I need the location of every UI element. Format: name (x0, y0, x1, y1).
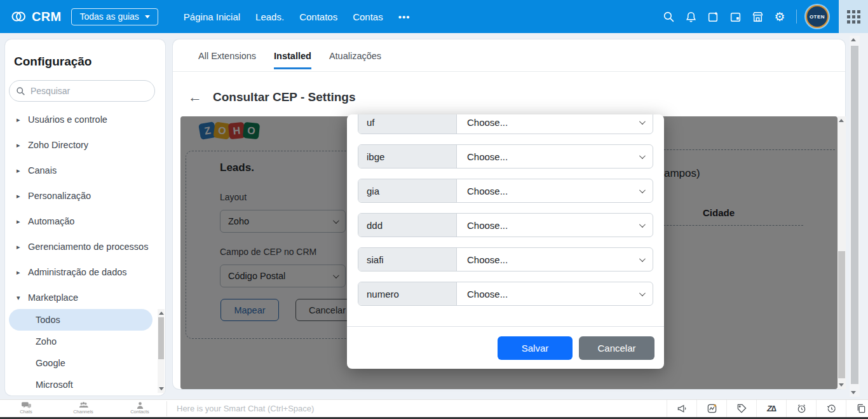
all-tabs-dropdown-label: Todas as guias (79, 11, 139, 22)
field-label: ibge (358, 145, 457, 168)
nav-leads[interactable]: Leads. (255, 11, 284, 22)
tab-all-extensions[interactable]: All Extensions (198, 51, 256, 69)
mapping-row-numero: numero Choose... (358, 282, 653, 306)
signals-icon[interactable] (696, 400, 726, 417)
field-select[interactable]: Choose... (457, 248, 653, 271)
settings-sidebar: Configuração ▸Usuários e controle ▸Zoho … (5, 39, 165, 395)
chevron-right-icon: ▸ (17, 116, 28, 124)
chevron-down-icon (639, 221, 646, 228)
avatar-text: OTEN (810, 14, 825, 20)
chevron-down-icon (639, 118, 646, 125)
mapping-row-ddd: ddd Choose... (358, 213, 653, 237)
tag-icon[interactable] (726, 400, 756, 417)
sidebar-search[interactable] (9, 80, 155, 102)
apps-grid-button[interactable] (839, 0, 868, 33)
chatbar-right-icons: Z∆ 2 (667, 400, 868, 417)
sidebar-item-automacao[interactable]: ▸Automação (5, 209, 165, 234)
scroll-down-icon[interactable] (839, 383, 844, 387)
tab-installed[interactable]: Installed (274, 51, 311, 69)
chevron-right-icon: ▸ (17, 167, 28, 175)
topbar-divider (796, 10, 797, 24)
sidebar-scrollbar[interactable] (158, 309, 165, 393)
page-heading: ← Consultar CEP - Settings (188, 90, 356, 104)
mapping-row-gia: gia Choose... (358, 179, 653, 203)
caret-down-icon (145, 15, 150, 18)
scrollbar-thumb[interactable] (838, 251, 845, 378)
scroll-down-icon[interactable] (159, 387, 164, 390)
chatbar-divider (166, 401, 167, 416)
mapping-row-siafi: siafi Choose... (358, 247, 653, 271)
modal-rows: uf Choose... ibge Choose... gia Choose..… (347, 114, 664, 306)
field-select[interactable]: Choose... (457, 114, 653, 134)
cancelar-button[interactable]: Cancelar (579, 336, 654, 360)
chevron-right-icon: ▸ (17, 217, 28, 226)
sidebar-item-microsoft[interactable]: Microsoft (5, 374, 165, 395)
sidebar-item-administracao[interactable]: ▸Administração de dados (5, 259, 165, 285)
apps-grid-icon (847, 10, 860, 24)
nav-contatos[interactable]: Contatos (299, 11, 337, 22)
avatar[interactable]: OTEN (806, 5, 829, 28)
contacts-button[interactable]: Contacts (120, 401, 159, 415)
search-icon[interactable] (662, 10, 675, 23)
sidebar-item-zoho-directory[interactable]: ▸Zoho Directory (5, 132, 165, 158)
bell-icon[interactable] (684, 10, 697, 23)
page-title: Consultar CEP - Settings (213, 90, 356, 104)
scrollbar-thumb[interactable] (158, 317, 164, 359)
calendar-icon[interactable] (729, 10, 742, 23)
sidebar-item-personalizacao[interactable]: ▸Personalização (5, 183, 165, 209)
field-mapping-modal: uf Choose... ibge Choose... gia Choose..… (347, 114, 664, 369)
zia-icon: Z∆ (767, 404, 776, 413)
back-arrow-icon[interactable]: ← (188, 90, 202, 104)
field-select[interactable]: Choose... (457, 214, 653, 237)
chevron-down-icon (639, 153, 646, 159)
scroll-up-icon[interactable] (839, 119, 844, 122)
zoho-rings-logo-icon (10, 8, 27, 25)
salvar-button[interactable]: Salvar (498, 336, 573, 360)
sidebar-item-todos[interactable]: Todos (9, 309, 153, 331)
sidebar-item-usuarios[interactable]: ▸Usuários e controle (5, 107, 165, 132)
nav-pagina-inicial[interactable]: Página Inicial (184, 11, 240, 22)
scrollbar-thumb[interactable] (851, 46, 858, 384)
scroll-up-icon[interactable] (159, 312, 164, 315)
channels-button[interactable]: Channels (64, 401, 103, 415)
nav-more-button[interactable]: ••• (398, 11, 410, 22)
tabs-divider (173, 71, 845, 72)
history-icon[interactable] (816, 400, 846, 417)
alarm-clock-icon[interactable] (786, 400, 816, 417)
smart-chat-input[interactable] (177, 400, 621, 417)
brand-title: CRM (32, 10, 61, 24)
scroll-down-icon[interactable] (851, 391, 856, 394)
field-select[interactable]: Choose... (457, 179, 653, 202)
copy-stack-icon[interactable] (846, 400, 868, 417)
smart-chat-bar: Chats Channels Contacts Z∆ 2 (0, 399, 868, 417)
sidebar-item-canais[interactable]: ▸Canais (5, 158, 165, 183)
modal-footer: Salvar Cancelar (347, 326, 664, 369)
sidebar-search-input[interactable] (31, 86, 139, 96)
field-label: uf (358, 114, 457, 134)
sidebar-item-gerenciamento[interactable]: ▸Gerenciamento de processos (5, 234, 165, 259)
compose-icon[interactable] (707, 10, 719, 23)
all-tabs-dropdown[interactable]: Todas as guias (71, 8, 158, 25)
scroll-up-icon[interactable] (851, 38, 856, 41)
sidebar-item-google[interactable]: Google (5, 352, 165, 374)
field-select[interactable]: Choose... (457, 282, 653, 305)
sidebar-items: ▸Usuários e controle ▸Zoho Directory ▸Ca… (5, 107, 165, 310)
sidebar-item-zoho[interactable]: Zoho (5, 331, 165, 352)
announcements-megaphone-icon[interactable] (667, 400, 696, 417)
topbar-nav: Página Inicial Leads. Contatos Contas ••… (168, 11, 410, 22)
chats-button[interactable]: Chats (6, 401, 46, 415)
field-label: numero (358, 282, 457, 305)
zia-button[interactable]: Z∆ 2 (756, 400, 786, 417)
marketplace-store-icon[interactable] (751, 10, 764, 23)
page-scrollbar[interactable] (850, 36, 860, 397)
search-icon (16, 86, 25, 96)
sidebar-item-marketplace[interactable]: ▾Marketplace (5, 285, 165, 310)
chevron-down-icon (639, 187, 646, 193)
extension-scrollbar[interactable] (837, 116, 846, 389)
field-select[interactable]: Choose... (457, 145, 653, 168)
extension-tabs: All Extensions Installed Atualizações (198, 51, 381, 69)
field-label: siafi (358, 248, 457, 271)
tab-atualizacoes[interactable]: Atualizações (329, 51, 381, 69)
gear-icon[interactable]: ⚙ (773, 10, 786, 23)
nav-contas[interactable]: Contas (353, 11, 383, 22)
